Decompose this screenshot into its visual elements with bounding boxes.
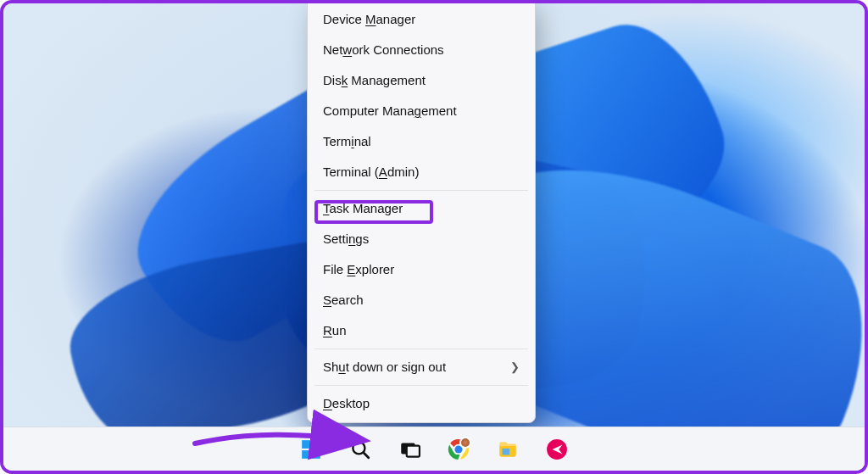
winx-context-menu: Device Manager Network Connections Disk … [307,2,536,423]
menu-item-settings[interactable]: Settings [308,224,535,254]
menu-item-terminal-admin[interactable]: Terminal (Admin) [308,157,535,187]
task-view-button[interactable] [392,432,427,467]
menu-item-disk-management[interactable]: Disk Management [308,65,535,96]
taskbar-app-media[interactable] [539,432,575,467]
menu-item-shut-down-sign-out[interactable]: Shut down or sign out ❯ [308,352,535,382]
svg-line-5 [364,452,369,457]
start-button[interactable] [293,432,329,467]
svg-rect-7 [407,445,420,456]
folder-icon [497,438,519,460]
svg-rect-2 [302,450,310,459]
menu-item-device-manager[interactable]: Device Manager [308,4,535,35]
menu-item-desktop[interactable]: Desktop [308,388,535,419]
taskbar [3,427,865,471]
menu-item-network-connections[interactable]: Network Connections [308,35,535,65]
menu-separator [314,385,528,386]
chevron-right-icon: ❯ [502,359,520,376]
menu-separator [314,349,528,349]
search-icon [349,438,371,460]
task-view-icon [398,438,420,460]
windows-logo-icon [300,438,322,460]
screenshot-frame: Device Manager Network Connections Disk … [0,0,868,474]
menu-separator [314,190,528,191]
media-app-icon [546,438,568,460]
chrome-profile-badge-icon [459,437,471,449]
menu-item-computer-management[interactable]: Computer Management [308,96,535,126]
menu-item-terminal[interactable]: Terminal [308,126,535,157]
menu-item-task-manager[interactable]: Task Manager [308,193,535,224]
taskbar-app-chrome[interactable] [441,432,476,467]
menu-item-run[interactable]: Run [308,315,535,346]
taskbar-app-file-explorer[interactable] [490,432,526,467]
svg-rect-3 [312,450,320,459]
svg-rect-0 [302,440,310,449]
menu-item-search[interactable]: Search [308,285,535,315]
taskbar-search-button[interactable] [342,432,378,467]
svg-rect-1 [312,440,320,449]
svg-rect-12 [503,448,510,454]
menu-item-file-explorer[interactable]: File Explorer [308,254,535,285]
